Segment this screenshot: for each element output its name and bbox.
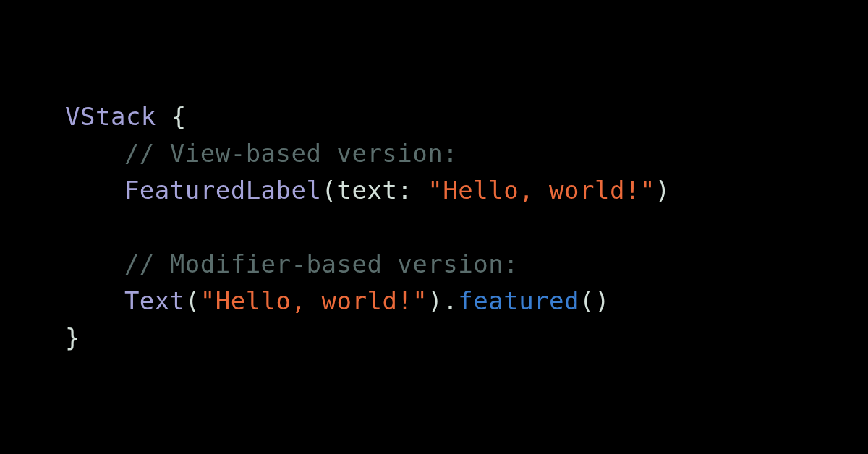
code-line-5: // Modifier-based version: bbox=[65, 246, 671, 283]
code-line-1: VStack { bbox=[65, 98, 671, 135]
code-line-2: // View-based version: bbox=[65, 135, 671, 172]
token-paren: ) bbox=[655, 176, 671, 205]
token-paren: ( bbox=[321, 176, 336, 205]
code-line-6: Text("Hello, world!").featured() bbox=[65, 283, 671, 320]
token-comment: // View-based version: bbox=[124, 139, 458, 168]
token-string: "Hello, world!" bbox=[427, 176, 655, 205]
token-type: VStack bbox=[65, 102, 156, 131]
token-comment: // Modifier-based version: bbox=[124, 249, 519, 278]
token-string: "Hello, world!" bbox=[200, 286, 428, 315]
code-line-blank bbox=[65, 209, 671, 246]
code-line-3: FeaturedLabel(text: "Hello, world!") bbox=[65, 172, 671, 209]
token-paren: ). bbox=[427, 286, 458, 315]
token-arglabel: text: bbox=[336, 176, 412, 205]
token-type: Text bbox=[124, 286, 185, 315]
code-line-7: } bbox=[65, 320, 671, 356]
token-brace: { bbox=[171, 102, 187, 131]
token-method: featured bbox=[458, 286, 579, 315]
token-brace: } bbox=[65, 323, 80, 352]
token-type: FeaturedLabel bbox=[124, 176, 322, 205]
token-paren: ( bbox=[185, 286, 200, 315]
code-snippet: VStack {// View-based version:FeaturedLa… bbox=[65, 98, 671, 356]
token-paren: () bbox=[579, 286, 610, 315]
